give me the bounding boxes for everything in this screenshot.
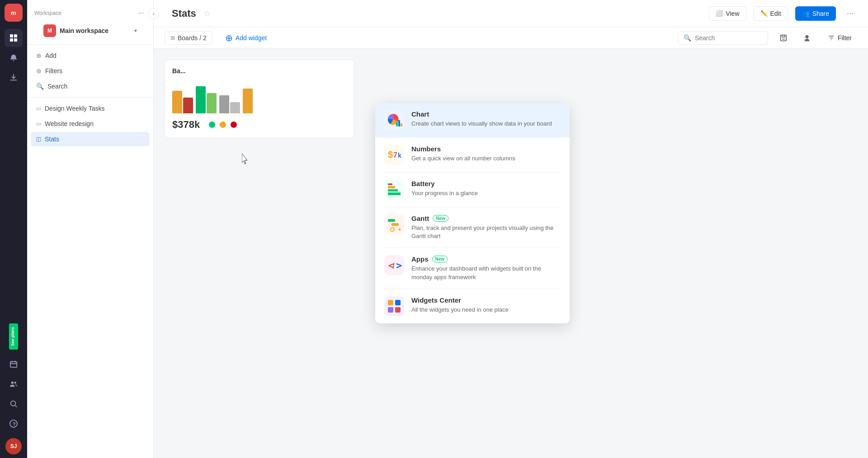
- widget-title: Ba...: [172, 67, 186, 75]
- search-input[interactable]: [695, 34, 762, 42]
- svg-rect-21: [388, 192, 401, 195]
- battery-item-title: Battery: [411, 180, 561, 187]
- svg-rect-24: [388, 183, 392, 185]
- save-filter-btn[interactable]: [775, 30, 792, 46]
- svg-rect-16: [398, 120, 400, 126]
- board-item-website[interactable]: ▭ Website redesign: [31, 117, 150, 131]
- sub-header: ⊞ Boards / 2 ⊕ Add widget 🔍: [154, 27, 868, 49]
- menu-item-widgets-center[interactable]: Widgets Center All the widgets you need …: [375, 289, 570, 323]
- status-dot-green: [209, 122, 215, 128]
- page-header: ‹ Stats ☆ ⬜ View ✏️ Edit 👥 Share ···: [154, 0, 868, 27]
- boards-tab-label: Boards / 2: [178, 34, 207, 42]
- menu-item-numbers[interactable]: $ 7 k Numbers Get a quick view on all nu…: [375, 138, 570, 172]
- nav-icon-bell[interactable]: [5, 49, 23, 67]
- svg-text:$: $: [388, 150, 393, 159]
- numbers-icon: $ 7 k: [384, 145, 404, 165]
- share-label: Share: [812, 10, 829, 17]
- svg-text:>: >: [396, 260, 402, 271]
- view-label: View: [726, 10, 739, 17]
- menu-item-apps[interactable]: < / > Apps New Enhance your dashboard wi…: [375, 248, 570, 288]
- workspace-name: Main workspace: [60, 27, 131, 34]
- gantt-item-title: Gantt New: [411, 215, 561, 222]
- favorite-star-icon[interactable]: ☆: [203, 9, 211, 19]
- add-icon: ⊕: [36, 52, 42, 59]
- numbers-item-desc: Get a quick view on all number columns: [411, 154, 561, 163]
- see-plans-btn[interactable]: See plans: [9, 323, 18, 350]
- numbers-item-title: Numbers: [411, 145, 561, 153]
- search-box[interactable]: 🔍: [678, 31, 768, 45]
- widget-amount: $378k: [172, 119, 200, 131]
- gantt-item-desc: Plan, track and present your projects vi…: [411, 224, 561, 240]
- svg-point-8: [14, 382, 16, 384]
- collapse-sidebar-btn[interactable]: ‹: [148, 8, 159, 19]
- person-btn[interactable]: [799, 30, 815, 46]
- sidebar-add-btn[interactable]: ⊕ Add: [31, 48, 150, 63]
- app-logo[interactable]: m: [5, 4, 23, 22]
- gantt-item-content: Gantt New Plan, track and present your p…: [411, 215, 561, 240]
- cursor: [242, 154, 249, 166]
- sidebar-search-btn[interactable]: 🔍 Search: [31, 79, 150, 93]
- svg-rect-25: [388, 219, 395, 222]
- status-dots-row: [209, 122, 237, 128]
- svg-point-13: [805, 35, 808, 38]
- svg-point-9: [11, 401, 16, 406]
- search-icon: 🔍: [36, 83, 44, 90]
- nav-icon-people[interactable]: [5, 375, 23, 393]
- workspace-selector[interactable]: M Main workspace ▾: [38, 21, 142, 41]
- menu-item-battery[interactable]: Battery Your progress in a glance: [375, 173, 570, 207]
- nav-icon-calendar[interactable]: [5, 355, 23, 373]
- widgets-center-item-title: Widgets Center: [411, 296, 561, 304]
- chart-item-desc: Create chart views to visually show data…: [411, 120, 561, 128]
- menu-item-chart[interactable]: Chart Create chart views to visually sho…: [375, 103, 570, 137]
- svg-rect-34: [388, 307, 393, 313]
- sidebar-header: Workspace ··· M Main workspace ▾: [27, 0, 153, 45]
- add-widget-button[interactable]: ⊕ Add widget: [220, 30, 272, 46]
- nav-icon-grid[interactable]: [5, 29, 23, 47]
- board-item-design[interactable]: ▭ Design Weekly Tasks: [31, 101, 150, 116]
- board-label: Stats: [45, 136, 59, 143]
- nav-icon-search[interactable]: [5, 395, 23, 413]
- edit-button[interactable]: ✏️ Edit: [754, 6, 788, 21]
- page-title: Stats: [172, 8, 196, 19]
- boards-tab[interactable]: ⊞ Boards / 2: [165, 31, 212, 45]
- svg-rect-22: [388, 189, 398, 192]
- board-label: Design Weekly Tasks: [45, 105, 105, 112]
- filter-button[interactable]: Filter: [822, 32, 857, 44]
- filter-label: Filter: [838, 34, 852, 42]
- widgets-center-icon: [384, 296, 404, 316]
- board-icon: ▭: [36, 121, 41, 127]
- share-button[interactable]: 👥 Share: [795, 6, 836, 21]
- chart-item-content: Chart Create chart views to visually sho…: [411, 110, 561, 128]
- apps-item-content: Apps New Enhance your dashboard with wid…: [411, 255, 561, 281]
- sidebar-more-btn[interactable]: ···: [137, 7, 146, 19]
- edit-label: Edit: [770, 10, 781, 17]
- header-more-btn[interactable]: ···: [843, 5, 857, 22]
- svg-rect-23: [388, 186, 395, 188]
- menu-item-gantt[interactable]: Gantt New Plan, track and present your p…: [375, 207, 570, 248]
- view-button[interactable]: ⬜ View: [709, 6, 746, 21]
- main-content: ‹ Stats ☆ ⬜ View ✏️ Edit 👥 Share ··· ⊞ B…: [154, 0, 868, 458]
- sidebar-filters-btn[interactable]: ⊛ Filters: [31, 64, 150, 78]
- widget-header: Ba...: [172, 67, 347, 75]
- board-label: Website redesign: [45, 120, 94, 127]
- svg-rect-15: [396, 122, 398, 126]
- filters-label: Filters: [45, 67, 62, 75]
- svg-text:/: /: [392, 262, 395, 271]
- add-widget-plus-icon: ⊕: [225, 33, 233, 43]
- board-item-stats[interactable]: ◫ Stats: [31, 132, 150, 146]
- sidebar: Workspace ··· M Main workspace ▾ ⊕ Add ⊛…: [27, 0, 154, 458]
- numbers-item-content: Numbers Get a quick view on all number c…: [411, 145, 561, 163]
- battery-icon: [384, 180, 404, 200]
- nav-bar: m See plans: [0, 0, 27, 458]
- nav-icon-help[interactable]: ?: [5, 415, 23, 433]
- sidebar-boards: ▭ Design Weekly Tasks ▭ Website redesign…: [27, 101, 153, 146]
- search-label: Search: [47, 83, 67, 90]
- svg-rect-4: [10, 38, 13, 42]
- workspace-label: Workspace: [34, 10, 61, 16]
- user-avatar[interactable]: SJ: [5, 438, 22, 454]
- gantt-new-badge: New: [433, 215, 448, 222]
- svg-point-7: [11, 382, 14, 384]
- nav-icon-download[interactable]: [5, 69, 23, 87]
- board-icon-active: ◫: [36, 136, 41, 142]
- add-widget-label: Add widget: [236, 34, 267, 42]
